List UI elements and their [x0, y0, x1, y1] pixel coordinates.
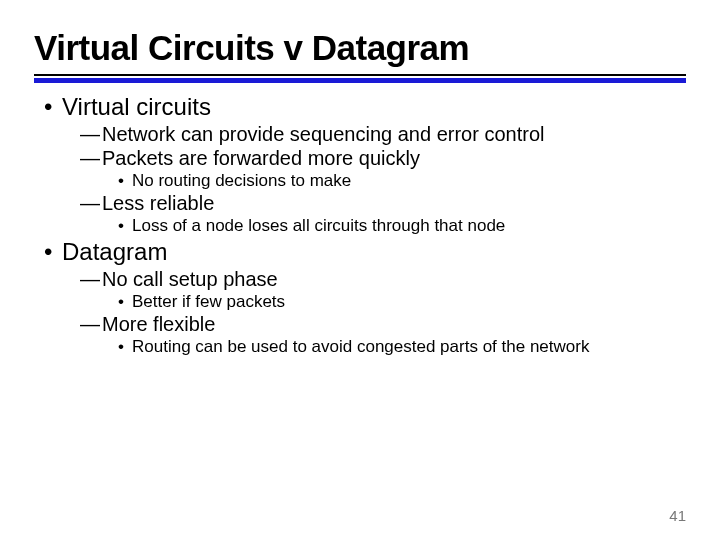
item-text: Datagram — [62, 238, 167, 265]
page-number: 41 — [669, 507, 686, 524]
item-text: More flexible — [102, 313, 215, 335]
item-text: Loss of a node loses all circuits throug… — [132, 216, 505, 235]
list-item: —Less reliable — [80, 192, 686, 215]
item-text: Less reliable — [102, 192, 214, 214]
list-item: •Virtual circuits — [44, 93, 686, 121]
item-text: Virtual circuits — [62, 93, 211, 120]
item-text: No call setup phase — [102, 268, 278, 290]
slide-body: •Virtual circuits —Network can provide s… — [34, 93, 686, 357]
title-rule-top — [34, 74, 686, 76]
list-item: •Datagram — [44, 238, 686, 266]
list-item: •Better if few packets — [118, 292, 686, 312]
list-item: •Routing can be used to avoid congested … — [118, 337, 686, 357]
item-text: Better if few packets — [132, 292, 285, 311]
list-item: •No routing decisions to make — [118, 171, 686, 191]
item-text: No routing decisions to make — [132, 171, 351, 190]
title-rule-bottom — [34, 78, 686, 83]
item-text: Network can provide sequencing and error… — [102, 123, 544, 145]
list-item: —Packets are forwarded more quickly — [80, 147, 686, 170]
list-item: —No call setup phase — [80, 268, 686, 291]
list-item: —Network can provide sequencing and erro… — [80, 123, 686, 146]
slide-title: Virtual Circuits v Datagram — [34, 28, 686, 68]
list-item: •Loss of a node loses all circuits throu… — [118, 216, 686, 236]
item-text: Packets are forwarded more quickly — [102, 147, 420, 169]
list-item: —More flexible — [80, 313, 686, 336]
item-text: Routing can be used to avoid congested p… — [132, 337, 589, 356]
